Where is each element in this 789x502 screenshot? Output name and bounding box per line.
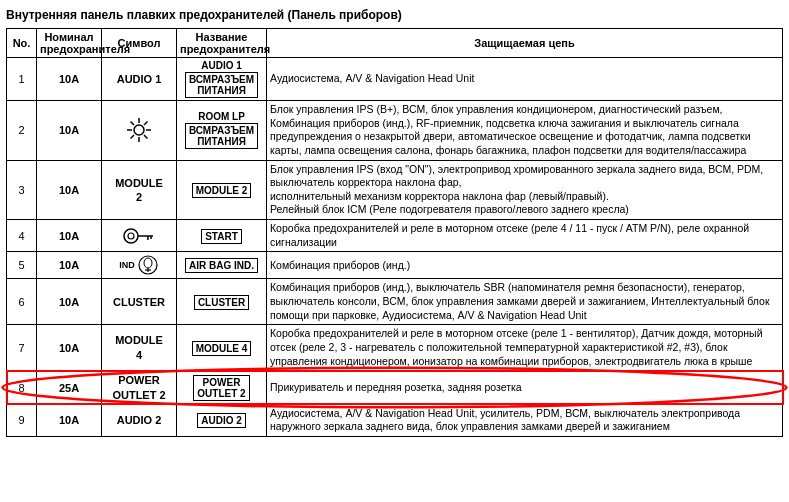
cell-name: START [177,220,267,252]
cell-name: AUDIO 1ВСМРАЗЪЕМПИТАНИЯ [177,58,267,101]
table-row: 510A IND AIR BAG IND.Комбинация приборов… [7,252,783,279]
cell-nominal: 10A [37,101,102,161]
cell-name: AIR BAG IND. [177,252,267,279]
page-container: Внутренняя панель плавких предохранителе… [0,0,789,441]
cell-no: 8 [7,371,37,405]
cell-desc: Комбинация приборов (инд.), выключатель … [267,279,783,325]
svg-line-7 [144,122,148,126]
cell-symbol [102,101,177,161]
cell-no: 5 [7,252,37,279]
table-row: 710AMODULE4MODULE 4Коробка предохранител… [7,325,783,371]
table-row: 610ACLUSTERCLUSTERКомбинация приборов (и… [7,279,783,325]
cell-symbol: CLUSTER [102,279,177,325]
svg-line-8 [131,135,135,139]
cell-desc: Коробка предохранителей и реле в моторно… [267,325,783,371]
cell-desc: Прикуриватель и передняя розетка, задняя… [267,371,783,405]
table-row: 310AMODULE2MODULE 2Блок управления IPS (… [7,160,783,220]
svg-point-0 [134,125,144,135]
cell-no: 2 [7,101,37,161]
cell-nominal: 25A [37,371,102,405]
svg-line-5 [131,122,135,126]
svg-point-9 [124,229,138,243]
svg-point-15 [144,258,152,268]
cell-desc: Коробка предохранителей и реле в моторно… [267,220,783,252]
cell-nominal: 10A [37,404,102,436]
cell-nominal: 10A [37,325,102,371]
cell-nominal: 10A [37,160,102,220]
cell-desc: Аудиосистема, A/V & Navigation Head Unit [267,58,783,101]
cell-name: MODULE 4 [177,325,267,371]
cell-symbol: POWEROUTLET 2 [102,371,177,405]
svg-line-6 [144,135,148,139]
cell-symbol: AUDIO 1 [102,58,177,101]
svg-point-10 [128,233,134,239]
page-title: Внутренняя панель плавких предохранителе… [6,8,783,22]
cell-nominal: 10A [37,220,102,252]
cell-name: AUDIO 2 [177,404,267,436]
cell-no: 1 [7,58,37,101]
cell-symbol: MODULE2 [102,160,177,220]
cell-name: POWEROUTLET 2 [177,371,267,405]
header-protected: Защищаемая цепь [267,29,783,58]
fuse-table: No. Номиналпредохранителя Символ Названи… [6,28,783,437]
cell-no: 7 [7,325,37,371]
cell-no: 9 [7,404,37,436]
cell-symbol: IND [102,252,177,279]
table-row: 910AAUDIO 2AUDIO 2Аудиосистема, A/V & Na… [7,404,783,436]
cell-desc: Блок управления IPS (В+), ВСМ, блок упра… [267,101,783,161]
cell-nominal: 10A [37,279,102,325]
cell-no: 4 [7,220,37,252]
header-name: Названиепредохранителя [177,29,267,58]
cell-no: 3 [7,160,37,220]
cell-nominal: 10A [37,58,102,101]
table-header-row: No. Номиналпредохранителя Символ Названи… [7,29,783,58]
table-row: 210A ROOM LPВСМРАЗЪЕМПИТАНИЯБлок управле… [7,101,783,161]
cell-desc: Блок управления IPS (вход "ON"), электро… [267,160,783,220]
table-row: 110AAUDIO 1AUDIO 1ВСМРАЗЪЕМПИТАНИЯАудиос… [7,58,783,101]
header-no: No. [7,29,37,58]
table-row: 410A STARTКоробка предохранителей и реле… [7,220,783,252]
cell-desc: Аудиосистема, A/V & Navigation Head Unit… [267,404,783,436]
cell-symbol: MODULE4 [102,325,177,371]
cell-symbol [102,220,177,252]
cell-name: ROOM LPВСМРАЗЪЕМПИТАНИЯ [177,101,267,161]
cell-name: CLUSTER [177,279,267,325]
cell-desc: Комбинация приборов (инд.) [267,252,783,279]
table-row: 825APOWEROUTLET 2POWEROUTLET 2Прикуриват… [7,371,783,405]
cell-nominal: 10A [37,252,102,279]
cell-no: 6 [7,279,37,325]
header-nominal: Номиналпредохранителя [37,29,102,58]
cell-name: MODULE 2 [177,160,267,220]
cell-symbol: AUDIO 2 [102,404,177,436]
